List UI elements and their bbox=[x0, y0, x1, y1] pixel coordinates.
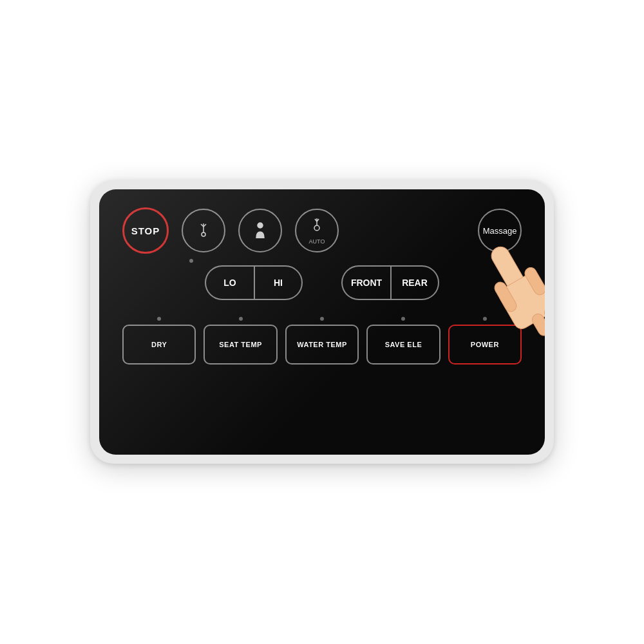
seat-temp-button[interactable]: SEAT TEMP bbox=[204, 325, 277, 365]
svg-point-6 bbox=[257, 235, 258, 236]
device-outer: STOP bbox=[90, 180, 554, 464]
seat-temp-indicator-dot bbox=[239, 317, 243, 321]
save-ele-button[interactable]: SAVE ELE bbox=[366, 325, 440, 365]
svg-point-8 bbox=[262, 235, 263, 236]
stop-button[interactable]: STOP bbox=[122, 207, 169, 254]
rear-button[interactable]: REAR bbox=[390, 265, 439, 300]
power-button[interactable]: POWER bbox=[448, 325, 522, 365]
svg-point-0 bbox=[202, 232, 205, 236]
massage-button[interactable]: Massage bbox=[478, 209, 522, 252]
svg-point-9 bbox=[314, 225, 319, 231]
power-indicator-dot bbox=[483, 317, 487, 321]
lo-hi-group: LO HI bbox=[205, 265, 322, 300]
front-button[interactable]: FRONT bbox=[341, 265, 390, 300]
bottom-row: DRY SEAT TEMP WATER TEMP SAVE ELE POWER bbox=[122, 325, 522, 365]
svg-rect-18 bbox=[530, 312, 545, 337]
auto-wash-button[interactable]: AUTO bbox=[295, 209, 339, 252]
water-temp-button[interactable]: WATER TEMP bbox=[285, 325, 359, 365]
rear-wash-button[interactable] bbox=[182, 209, 225, 252]
shower-button[interactable] bbox=[238, 209, 282, 252]
water-temp-indicator-dot bbox=[320, 317, 324, 321]
device-panel: STOP bbox=[99, 189, 545, 455]
lo-button[interactable]: LO bbox=[205, 265, 254, 300]
svg-point-5 bbox=[258, 223, 263, 228]
hi-button[interactable]: HI bbox=[254, 265, 303, 300]
middle-row: LO HI FRONT REAR bbox=[122, 265, 522, 300]
auto-label: AUTO bbox=[309, 238, 325, 245]
front-rear-group: FRONT REAR bbox=[341, 265, 439, 300]
svg-rect-17 bbox=[523, 265, 545, 297]
dry-button[interactable]: DRY bbox=[122, 325, 196, 365]
top-row: STOP bbox=[122, 207, 522, 254]
svg-rect-19 bbox=[542, 305, 545, 328]
save-ele-indicator-dot bbox=[401, 317, 405, 321]
svg-point-7 bbox=[260, 236, 261, 238]
dry-indicator-dot bbox=[157, 317, 161, 321]
